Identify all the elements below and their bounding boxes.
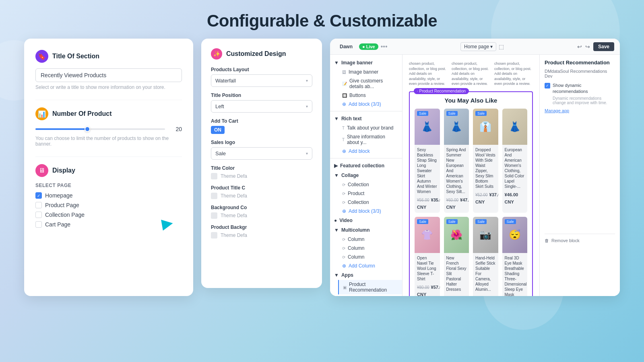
tab-more[interactable]: •••: [381, 43, 388, 50]
title-section-icon: 🔖: [35, 50, 48, 63]
checkbox-product-box[interactable]: [35, 202, 42, 208]
product-card-8[interactable]: 😴 Sale Real 3D Eye Mask Breathable Shadi…: [502, 217, 528, 296]
add-to-cart-group: Add To Cart ON: [211, 118, 312, 134]
sidebar-image-banner[interactable]: ▼ Image banner: [330, 58, 402, 68]
add-to-cart-toggle[interactable]: ON: [211, 126, 225, 134]
product-info-3: Dropped Wool Vests With Side Waist Zippe…: [473, 145, 498, 208]
slider-thumb[interactable]: [85, 126, 90, 132]
add-block-rich-text[interactable]: ⊕ Add block: [338, 147, 402, 156]
product-name-3: Dropped Wool Vests With Side Waist Zippe…: [475, 147, 496, 189]
product-grid-row1: 👗 Sale Sexy Backless Strap Sling Long Sw…: [415, 109, 527, 213]
sidebar-apps[interactable]: ▼ Apps: [330, 270, 402, 280]
product-name-4: European And American Women's Clothing, …: [505, 147, 525, 189]
slider-container: 20: [35, 126, 182, 132]
prop-title: Product Recommendation: [545, 60, 615, 66]
slider-track[interactable]: [35, 128, 165, 130]
manage-app-link[interactable]: Manage app: [545, 108, 615, 113]
add-block-image-banner[interactable]: ⊕ Add block (3/3): [338, 100, 402, 109]
sale-badge-3: Sale: [475, 111, 487, 116]
sidebar-multicolumn[interactable]: ▼ Multicolumn: [330, 225, 402, 235]
product-card-7[interactable]: 📷 Sale Hand-Held Selfie Stick Suitable F…: [473, 217, 498, 296]
sidebar-rich-text-group: T Talk about your brand T Share informat…: [338, 123, 402, 156]
sidebar-rich-text[interactable]: ▼ Rich text: [330, 114, 402, 123]
sidebar-item-talk-brand[interactable]: T Talk about your brand: [338, 123, 402, 132]
sidebar-video[interactable]: ● Video: [330, 216, 402, 225]
expand-icon[interactable]: ⬚: [499, 43, 504, 50]
product-info-2: Spring And Summer New European And Ameri…: [444, 145, 469, 213]
product-card-5[interactable]: 👚 Sale Open Navel Tie Wool Long Sleeve T…: [415, 217, 440, 296]
product-old-price-3: ¥52.00: [475, 193, 488, 197]
sidebar-item-product[interactable]: ⟳ Product: [338, 189, 402, 198]
sidebar-item-give-customers[interactable]: 📝 Give customers details ab...: [338, 76, 402, 91]
add-column-btn[interactable]: ⊕ Add Column: [338, 261, 402, 270]
remove-block-label: Remove block: [551, 238, 580, 243]
product-title-color-chip[interactable]: Theme Defa: [211, 193, 312, 199]
remove-block-btn[interactable]: 🗑 Remove block: [545, 238, 615, 243]
slider-fill: [35, 128, 87, 130]
sidebar-item-share-info[interactable]: T Share information about y...: [338, 132, 402, 147]
display-section-icon: 🖥: [35, 164, 48, 177]
prop-subtitle: DMdataSoul Recommendations Dev: [545, 69, 615, 78]
product-emoji-4: 👗: [509, 121, 521, 132]
checkbox-collection[interactable]: Collection Page: [35, 212, 182, 218]
checkbox-cart[interactable]: Cart Page: [35, 221, 182, 228]
title-section-header: 🔖 Title Of Section: [35, 50, 182, 63]
sidebar-item-image-banner[interactable]: 🖼 Image banner: [338, 68, 402, 76]
store-preview: chosen product, collection, or blog post…: [402, 55, 539, 296]
title-color-label: Title Color: [211, 165, 312, 171]
product-name-5: Open Navel Tie Wool Long Sleeve T-Shirt: [417, 255, 438, 282]
sidebar-item-column-3[interactable]: ⟳ Column: [338, 253, 402, 261]
sidebar-item-column-2[interactable]: ⟳ Column: [338, 244, 402, 253]
title-position-label: Title Position: [211, 93, 312, 98]
product-img-3: 👔 Sale: [473, 109, 498, 145]
product-card-6[interactable]: 🌺 Sale New French Floral Sexy Slit Pasto…: [444, 217, 469, 296]
sidebar-featured-collection[interactable]: ▶ Featured collection: [330, 161, 402, 171]
add-block-collage[interactable]: ⊕ Add block (3/3): [338, 207, 402, 216]
checkbox-cart-box[interactable]: [35, 221, 42, 228]
add-block-apps[interactable]: ⊕ Add block: [338, 294, 402, 296]
bg-color-chip[interactable]: Theme Defa: [211, 212, 312, 219]
dynamic-rec-checkbox[interactable]: Show dynamic recommendations Dynamic rec…: [545, 82, 615, 105]
tab-dawn[interactable]: Dawn: [336, 42, 357, 51]
number-section-icon: 📊: [35, 107, 48, 120]
product-card-2[interactable]: 👗 Sale Spring And Summer New European An…: [444, 109, 469, 213]
products-layout-label: Products Layout: [211, 67, 312, 72]
customized-design-icon: ✨: [211, 48, 222, 60]
dynamic-rec-check[interactable]: [545, 83, 550, 88]
sidebar-item-collection-2[interactable]: ⟳ Collection: [338, 198, 402, 207]
sidebar-item-buttons[interactable]: 🔲 Buttons: [338, 91, 402, 100]
checkbox-collection-box[interactable]: [35, 212, 42, 218]
product-card-4[interactable]: 👗 European And American Women's Clothing…: [502, 109, 528, 213]
checkbox-product[interactable]: Product Page: [35, 202, 182, 208]
title-color-chip[interactable]: Theme Defa: [211, 173, 312, 179]
checkbox-homepage-box[interactable]: [35, 192, 42, 199]
store-editor-header: Dawn ● Live ••• Home page ▾ ⬚ ↩ ↪ Save: [330, 39, 620, 55]
sidebar-image-banner-group: 🖼 Image banner 📝 Give customers details …: [338, 68, 402, 109]
redo-icon[interactable]: ↪: [585, 43, 590, 50]
store-actions: ↩ ↪ Save: [577, 42, 614, 51]
product-card-3[interactable]: 👔 Sale Dropped Wool Vests With Side Wais…: [473, 109, 498, 213]
title-position-select[interactable]: Left ▾: [211, 100, 312, 113]
store-body: ▼ Image banner 🖼 Image banner 📝 Give cus…: [330, 55, 620, 296]
sidebar-item-product-recommendation[interactable]: ▣ Product Recommendation: [338, 280, 402, 294]
sidebar-item-column-1[interactable]: ⟳ Column: [338, 235, 402, 244]
checkbox-homepage[interactable]: Homepage: [35, 192, 182, 199]
product-bg-chip[interactable]: Theme Defa: [211, 232, 312, 239]
page-dropdown[interactable]: Home page ▾: [460, 42, 496, 51]
sidebar-item-collection-1[interactable]: ⟳ Collection: [338, 180, 402, 189]
save-button[interactable]: Save: [593, 42, 614, 51]
product-old-price-1: ¥56.00: [417, 198, 429, 202]
product-card-1[interactable]: 👗 Sale Sexy Backless Strap Sling Long Sw…: [415, 109, 440, 213]
undo-icon[interactable]: ↩: [577, 43, 582, 50]
sale-badge-5: Sale: [417, 219, 428, 224]
sidebar-collage[interactable]: ▼ Collage: [330, 171, 402, 180]
product-bg-value: Theme Defa: [221, 232, 247, 238]
sidebar-expand-arrow: ▼: [334, 60, 339, 66]
sales-logo-select[interactable]: Sale ▾: [211, 147, 312, 160]
sales-logo-value: Sale: [215, 150, 226, 156]
title-input[interactable]: [35, 68, 182, 82]
bg-color-label: Background Co: [211, 205, 312, 210]
products-layout-select[interactable]: Waterfall ▾: [211, 74, 312, 87]
tab-live[interactable]: ● Live: [359, 43, 378, 50]
title-hint: Select or write a title to show more inf…: [35, 84, 182, 90]
